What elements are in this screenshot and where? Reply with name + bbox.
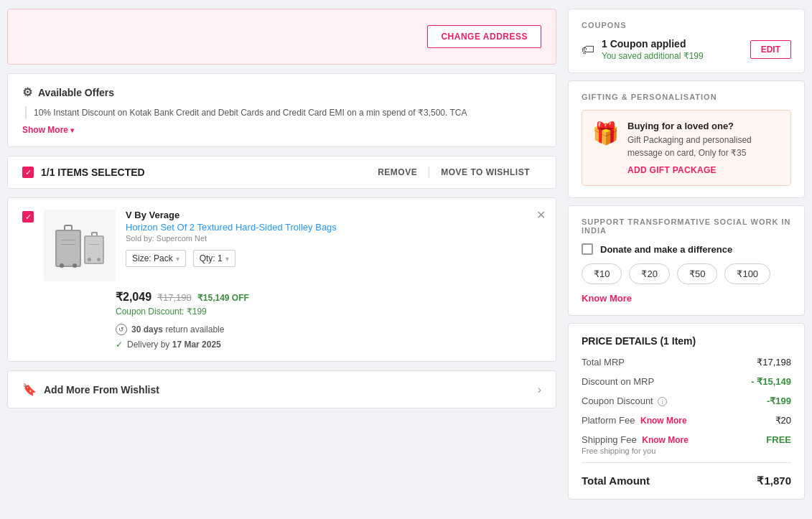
- return-days: 30 days return available: [131, 324, 224, 335]
- product-header: V By Verage Horizon Set Of 2 Textured Ha…: [22, 210, 541, 281]
- price-row: ₹2,049 ₹17,198 ₹15,149 OFF: [116, 290, 541, 304]
- price-details-title: PRICE DETAILS (1 Item): [582, 335, 791, 347]
- add-gift-button[interactable]: ADD GIFT PACKAGE: [627, 165, 717, 175]
- remove-product-button[interactable]: ✕: [536, 208, 546, 222]
- product-info: V By Verage Horizon Set Of 2 Textured Ha…: [126, 210, 541, 267]
- address-bar: CHANGE ADDRESS: [7, 9, 556, 65]
- qty-chevron-icon: ▾: [225, 255, 229, 263]
- change-address-button[interactable]: CHANGE ADDRESS: [427, 25, 541, 48]
- tag-icon: 🏷: [582, 42, 594, 57]
- donate-label: Donate and make a difference: [600, 244, 732, 255]
- product-card: ✕: [7, 197, 556, 362]
- amount-20-chip[interactable]: ₹20: [629, 263, 669, 284]
- shipping-fee-row: Shipping Fee Know More FREE: [582, 434, 791, 445]
- know-more-button[interactable]: Know More: [582, 293, 632, 304]
- offers-title-label: Available Offers: [38, 87, 114, 98]
- amount-50-chip[interactable]: ₹50: [677, 263, 717, 284]
- tick-icon: ✓: [116, 340, 123, 350]
- select-all-checkbox[interactable]: [22, 167, 34, 178]
- gift-text: Buying for a loved one? Gift Packaging a…: [627, 121, 780, 175]
- coupon-savings-label: You saved additional ₹199: [602, 51, 743, 61]
- coupon-row: 🏷 1 Coupon applied You saved additional …: [582, 38, 791, 61]
- items-count-label: 1/1 ITEMS SELECTED: [41, 167, 359, 178]
- platform-fee-row: Platform Fee Know More ₹20: [582, 415, 791, 426]
- add-from-wishlist-card[interactable]: 🔖 Add More From Wishlist ›: [7, 370, 556, 408]
- gift-desc: Gift Packaging and personalised message …: [627, 134, 780, 159]
- amount-100-chip[interactable]: ₹100: [724, 263, 770, 284]
- gifting-title: GIFTING & PERSONALISATION: [582, 93, 791, 101]
- shipping-know-more[interactable]: Know More: [642, 435, 689, 445]
- donate-amounts: ₹10 ₹20 ₹50 ₹100: [582, 263, 791, 284]
- brand-name: V By Verage: [126, 210, 541, 220]
- arrow-right-icon: ›: [538, 383, 541, 396]
- social-section: SUPPORT TRANSFORMATIVE SOCIAL WORK IN IN…: [568, 205, 805, 316]
- total-amount-row: Total Amount ₹1,870: [582, 472, 791, 487]
- donate-checkbox[interactable]: [582, 243, 593, 255]
- wishlist-label: Add More From Wishlist: [44, 384, 531, 396]
- return-icon: ↺: [116, 324, 127, 335]
- original-price: ₹17,198: [157, 292, 192, 303]
- gift-title: Buying for a loved one?: [627, 121, 780, 131]
- show-more-button[interactable]: Show More ▾: [22, 125, 74, 135]
- total-divider: [582, 462, 791, 463]
- total-amount-value: ₹1,870: [757, 474, 791, 487]
- seller-info: Sold by: Supercom Net: [126, 234, 541, 243]
- free-shipping-note: Free shipping for you: [582, 446, 791, 455]
- product-image: [44, 210, 116, 281]
- move-to-wishlist-button[interactable]: MOVE TO WISHLIST: [429, 167, 541, 177]
- discount-tag: ₹15,149 OFF: [197, 293, 249, 303]
- total-amount-label: Total Amount: [582, 474, 650, 487]
- coupons-section: COUPONS 🏷 1 Coupon applied You saved add…: [568, 9, 805, 73]
- delivery-text: Delivery by 17 Mar 2025: [127, 340, 221, 350]
- offers-title: ⚙ Available Offers: [22, 85, 541, 99]
- bookmark-icon: 🔖: [22, 383, 37, 396]
- platform-fee-know-more[interactable]: Know More: [640, 416, 687, 426]
- items-actions: REMOVE MOVE TO WISHLIST: [366, 167, 541, 178]
- amount-10-chip[interactable]: ₹10: [582, 263, 622, 284]
- chevron-down-icon: ▾: [70, 126, 74, 134]
- coupon-info-icon: i: [658, 397, 667, 406]
- coupons-title: COUPONS: [582, 21, 791, 29]
- product-name[interactable]: Horizon Set Of 2 Textured Hard-Sided Tro…: [126, 222, 541, 233]
- total-mrp-row: Total MRP ₹17,198: [582, 357, 791, 368]
- return-info: ↺ 30 days return available: [116, 324, 541, 335]
- coupon-discount-info: Coupon Discount: ₹199: [116, 307, 541, 317]
- delivery-info: ✓ Delivery by 17 Mar 2025: [116, 340, 541, 350]
- coupon-discount-row: Coupon Discount i -₹199: [582, 396, 791, 406]
- gear-icon: ⚙: [22, 85, 32, 99]
- ribbon-icon: 🎁: [592, 121, 619, 146]
- product-options: Size: Pack ▾ Qty: 1 ▾: [126, 250, 541, 267]
- luggage-illustration: [55, 225, 104, 267]
- gift-banner: 🎁 Buying for a loved one? Gift Packaging…: [582, 110, 791, 186]
- offer-item: 10% Instant Discount on Kotak Bank Credi…: [25, 106, 541, 119]
- discount-mrp-row: Discount on MRP - ₹15,149: [582, 376, 791, 387]
- product-checkbox[interactable]: [22, 211, 34, 223]
- size-chevron-icon: ▾: [176, 255, 179, 263]
- edit-coupon-button[interactable]: EDIT: [750, 40, 791, 59]
- donate-row: Donate and make a difference: [582, 243, 791, 255]
- social-title: SUPPORT TRANSFORMATIVE SOCIAL WORK IN IN…: [582, 218, 791, 235]
- size-select[interactable]: Size: Pack ▾: [126, 250, 186, 267]
- coupon-applied-label: 1 Coupon applied: [602, 38, 743, 50]
- current-price: ₹2,049: [116, 290, 151, 304]
- items-selected-bar: 1/1 ITEMS SELECTED REMOVE MOVE TO WISHLI…: [7, 156, 556, 189]
- offers-card: ⚙ Available Offers 10% Instant Discount …: [7, 73, 556, 147]
- remove-button[interactable]: REMOVE: [366, 167, 429, 177]
- qty-select[interactable]: Qty: 1 ▾: [193, 250, 235, 267]
- price-details-section: PRICE DETAILS (1 Item) Total MRP ₹17,198…: [568, 323, 805, 500]
- gifting-section: GIFTING & PERSONALISATION 🎁 Buying for a…: [568, 80, 805, 198]
- coupon-text: 1 Coupon applied You saved additional ₹1…: [602, 38, 743, 61]
